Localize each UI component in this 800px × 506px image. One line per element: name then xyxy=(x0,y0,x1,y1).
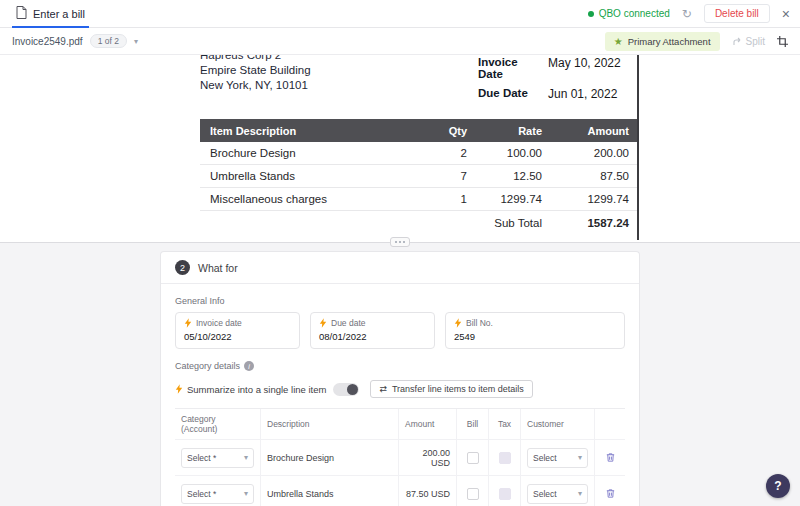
attachment-toolbar: Invoice2549.pdf 1 of 2 ▾ ★ Primary Attac… xyxy=(0,28,800,55)
line-items-header: Category (Account) Description Amount Bi… xyxy=(175,409,625,440)
col-category: Category (Account) xyxy=(175,409,261,439)
invoice-date-field[interactable]: Invoice date 05/10/2022 xyxy=(175,312,300,349)
split-icon xyxy=(732,36,742,46)
file-selector[interactable]: Invoice2549.pdf 1 of 2 ▾ xyxy=(12,34,138,48)
document-icon xyxy=(16,6,27,21)
general-info-label: General Info xyxy=(175,296,625,306)
tab-label: Enter a bill xyxy=(33,8,85,20)
bill-checkbox[interactable] xyxy=(467,488,479,500)
bill-no-field[interactable]: Bill No. 2549 xyxy=(445,312,625,349)
line-amount: 200.00 USD xyxy=(405,448,450,468)
category-select[interactable]: Select * ▾ xyxy=(181,448,254,468)
chevron-down-icon: ▾ xyxy=(134,37,138,46)
col-customer: Customer xyxy=(521,409,595,439)
field-label: Bill No. xyxy=(466,318,493,328)
pdf-preview-pane: Hapreus Corp 2 Empire State Building New… xyxy=(0,55,800,242)
col-qty: Qty xyxy=(422,125,467,137)
pdf-page-edge xyxy=(637,55,639,240)
card-title: What for xyxy=(198,262,238,274)
transfer-button-label: Transfer line items to item details xyxy=(392,384,524,394)
due-date-label: Due Date xyxy=(478,87,540,101)
chevron-down-icon: ▾ xyxy=(244,489,248,498)
invoice-line-items-table: Item Description Qty Rate Amount Brochur… xyxy=(200,119,637,235)
tax-checkbox xyxy=(499,452,511,464)
subtotal-value: 1587.24 xyxy=(542,217,637,229)
info-icon[interactable]: i xyxy=(244,361,254,371)
status-dot xyxy=(588,11,594,17)
due-date-value: Jun 01, 2022 xyxy=(548,87,617,101)
invoice-date-label: Invoice Date xyxy=(478,56,540,80)
field-value: 08/01/2022 xyxy=(319,331,426,342)
line-amount: 87.50 USD xyxy=(406,489,450,499)
bill-checkbox[interactable] xyxy=(467,452,479,464)
card-header: 2 What for xyxy=(161,252,639,284)
what-for-card: 2 What for General Info Invoice date 05/… xyxy=(160,251,640,506)
table-row: Umbrella Stands 7 12.50 87.50 xyxy=(200,165,637,188)
crop-icon[interactable] xyxy=(777,36,788,47)
col-description: Description xyxy=(261,409,399,439)
split-button[interactable]: Split xyxy=(732,36,765,47)
trash-icon[interactable] xyxy=(605,488,616,499)
col-rate: Rate xyxy=(467,125,542,137)
primary-attachment-label: Primary Attachment xyxy=(628,36,711,47)
chevron-down-icon: ▾ xyxy=(578,489,582,498)
tax-checkbox xyxy=(499,488,511,500)
line-item-row: Select * ▾ Brochure Design 200.00 USD Se… xyxy=(175,440,625,476)
category-select[interactable]: Select * ▾ xyxy=(181,484,254,504)
invoice-address-1: Empire State Building xyxy=(200,63,311,78)
col-amount: Amount xyxy=(399,409,457,439)
invoice-address-2: New York, NY, 10101 xyxy=(200,78,311,93)
invoice-table-header: Item Description Qty Rate Amount xyxy=(200,119,637,142)
page-indicator: 1 of 2 xyxy=(90,34,127,48)
field-value: 2549 xyxy=(454,331,616,342)
bill-form-panel: 2 What for General Info Invoice date 05/… xyxy=(0,242,800,506)
line-items-table: Category (Account) Description Amount Bi… xyxy=(175,408,625,506)
line-description: Brochure Design xyxy=(267,453,334,463)
invoice-document: Hapreus Corp 2 Empire State Building New… xyxy=(200,55,637,242)
line-description: Umbrella Stands xyxy=(267,489,334,499)
qbo-status-label: QBO connected xyxy=(599,8,670,19)
col-item-description: Item Description xyxy=(200,125,422,137)
field-value: 05/10/2022 xyxy=(184,331,291,342)
top-bar: Enter a bill QBO connected ↻ Delete bill… xyxy=(0,0,800,28)
invoice-date-value: May 10, 2022 xyxy=(548,56,621,80)
col-amount: Amount xyxy=(542,125,637,137)
invoice-dates-block: Invoice Date May 10, 2022 Due Date Jun 0… xyxy=(478,56,621,108)
delete-bill-button[interactable]: Delete bill xyxy=(704,4,770,23)
chevron-down-icon: ▾ xyxy=(578,453,582,462)
help-button[interactable]: ? xyxy=(766,474,790,498)
customer-select[interactable]: Select ▾ xyxy=(527,484,588,504)
summarize-toggle[interactable] xyxy=(333,383,359,396)
qbo-status: QBO connected xyxy=(588,8,670,19)
close-icon[interactable]: × xyxy=(782,7,790,21)
col-bill: Bill xyxy=(457,409,489,439)
general-info-fields: Invoice date 05/10/2022 Due date 08/01/2… xyxy=(175,312,625,349)
split-label: Split xyxy=(746,36,765,47)
refresh-icon[interactable]: ↻ xyxy=(682,8,692,20)
primary-attachment-button[interactable]: ★ Primary Attachment xyxy=(605,32,720,51)
trash-icon[interactable] xyxy=(605,452,616,463)
transfer-icon: ⇄ xyxy=(379,384,387,394)
lightning-icon xyxy=(319,318,327,328)
invoice-company: Hapreus Corp 2 xyxy=(200,55,311,63)
subtotal-row: Sub Total 1587.24 xyxy=(200,211,637,235)
transfer-line-items-button[interactable]: ⇄ Transfer line items to item details xyxy=(370,380,532,398)
customer-select[interactable]: Select ▾ xyxy=(527,448,588,468)
subtotal-label: Sub Total xyxy=(422,217,542,229)
tab-enter-a-bill[interactable]: Enter a bill xyxy=(12,0,89,28)
field-label: Due date xyxy=(331,318,366,328)
table-row: Miscellaneous charges 1 1299.74 1299.74 xyxy=(200,188,637,211)
lightning-icon xyxy=(184,318,192,328)
summarize-row: Summarize into a single line item ⇄ Tran… xyxy=(175,380,625,398)
lightning-icon xyxy=(454,318,462,328)
category-details-label: Category details xyxy=(175,361,240,371)
col-tax: Tax xyxy=(489,409,521,439)
field-label: Invoice date xyxy=(196,318,242,328)
step-badge: 2 xyxy=(175,260,190,275)
chevron-down-icon: ▾ xyxy=(244,453,248,462)
lightning-icon xyxy=(175,384,183,394)
resize-drag-handle[interactable] xyxy=(390,237,410,247)
due-date-field[interactable]: Due date 08/01/2022 xyxy=(310,312,435,349)
category-details-row: Category details i xyxy=(175,361,625,371)
col-actions xyxy=(595,409,625,439)
